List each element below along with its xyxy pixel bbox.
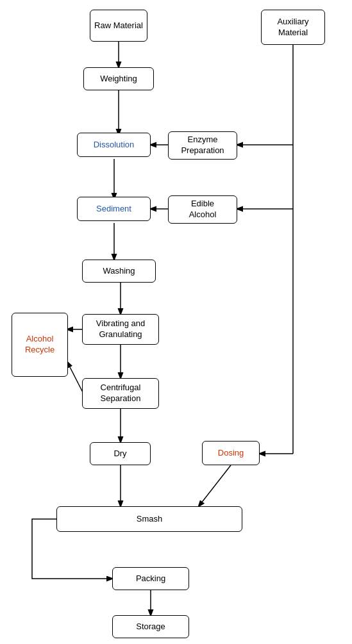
- raw-material-label: Raw Material: [94, 21, 143, 31]
- dosing-label: Dosing: [218, 448, 244, 459]
- auxiliary-material-label: AuxiliaryMaterial: [277, 17, 308, 38]
- weighting-label: Weighting: [100, 74, 137, 85]
- dissolution-label: Dissolution: [94, 140, 135, 151]
- smash-box: Smash: [56, 506, 242, 532]
- svg-line-16: [199, 465, 231, 506]
- vibrating-granulating-label: Vibrating andGranulating: [96, 318, 145, 340]
- vibrating-granulating-box: Vibrating andGranulating: [82, 314, 159, 345]
- storage-label: Storage: [136, 622, 165, 632]
- dry-box: Dry: [90, 442, 151, 465]
- packing-label: Packing: [136, 574, 165, 584]
- washing-box: Washing: [82, 260, 156, 283]
- centrifugal-separation-box: CentrifugalSeparation: [82, 378, 159, 409]
- auxiliary-material-box: AuxiliaryMaterial: [261, 10, 325, 45]
- flowchart: Raw Material AuxiliaryMaterial Weighting…: [0, 0, 352, 644]
- sediment-label: Sediment: [96, 204, 131, 215]
- packing-box: Packing: [112, 567, 189, 590]
- raw-material-box: Raw Material: [90, 10, 147, 42]
- enzyme-preparation-box: EnzymePreparation: [168, 131, 237, 160]
- edible-alcohol-box: EdibleAlcohol: [168, 195, 237, 224]
- svg-line-14: [67, 362, 83, 393]
- sediment-box: Sediment: [77, 197, 151, 221]
- dissolution-box: Dissolution: [77, 133, 151, 157]
- alcohol-recycle-label: AlcoholRecycle: [25, 334, 54, 356]
- smash-label: Smash: [137, 514, 162, 525]
- storage-box: Storage: [112, 615, 189, 638]
- alcohol-recycle-box: AlcoholRecycle: [12, 313, 68, 377]
- dosing-box: Dosing: [202, 441, 260, 465]
- centrifugal-separation-label: CentrifugalSeparation: [101, 383, 141, 404]
- dry-label: Dry: [113, 449, 126, 459]
- edible-alcohol-label: EdibleAlcohol: [189, 199, 217, 220]
- washing-label: Washing: [103, 266, 135, 277]
- enzyme-preparation-label: EnzymePreparation: [181, 135, 224, 156]
- weighting-box: Weighting: [83, 67, 154, 90]
